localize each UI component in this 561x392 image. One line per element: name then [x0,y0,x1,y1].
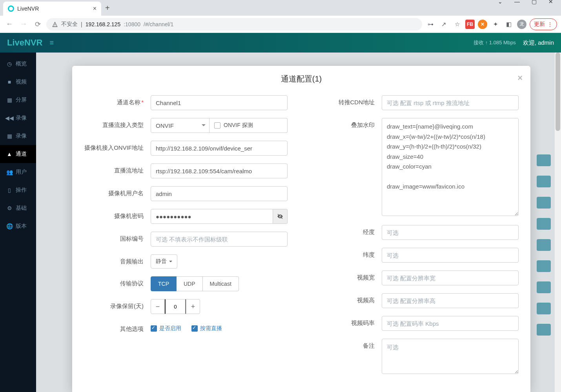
sidebar-item-channel[interactable]: ▲通道 [0,145,36,163]
sidebar-item-settings[interactable]: ⚙基础 [0,199,36,217]
toggle-password-button[interactable] [273,209,288,224]
channel-name-input[interactable] [151,95,288,110]
sidebar-item-split[interactable]: ▦分屏 [0,91,36,109]
onvif-probe-checkbox[interactable]: ONVIF 探测 [209,118,288,133]
audio-dropdown[interactable]: 静音 [151,254,177,269]
sidebar-item-users[interactable]: 👥用户 [0,163,36,181]
transport-label: 传输协议 [84,276,151,287]
new-tab-button[interactable]: + [105,4,110,13]
cam-pw-label: 摄像机密码 [84,209,151,220]
cam-pw-input[interactable] [151,209,273,224]
more-icon: ⋮ [547,21,553,27]
extension-fb-icon[interactable]: FB [465,20,475,29]
update-button[interactable]: 更新 ⋮ [530,18,557,30]
key-icon[interactable]: ⊶ [425,21,435,28]
vh-label: 视频高 [315,293,382,304]
cdn-input[interactable] [382,95,519,110]
br-label: 视频码率 [315,316,382,327]
modal-close-button[interactable]: × [517,73,523,83]
minimize-icon[interactable]: — [514,0,520,5]
other-label: 其他选项 [84,322,151,333]
eye-slash-icon [277,213,283,220]
globe-icon: 🌐 [6,223,13,229]
url-input[interactable]: 不安全 | 192.168.2.125:10800/#/channel/1 [46,18,422,31]
file-icon: ▯ [6,187,13,193]
remark-textarea[interactable] [382,339,519,374]
stream-addr-input[interactable] [151,163,288,178]
forward-button[interactable]: → [18,20,29,28]
sidebar: ◷概览 ■视频 ▦分屏 ◀◀录像 ▦录像 ▲通道 👥用户 ▯操作 ⚙基础 🌐版本 [0,53,36,392]
stepper-plus-button[interactable]: + [186,299,200,314]
insecure-label: 不安全 [61,21,78,28]
modal-title: 通道配置(1) [82,74,521,84]
star-icon[interactable]: ☆ [452,21,462,28]
sidebar-item-overview[interactable]: ◷概览 [0,55,36,73]
browser-tab[interactable]: LiveNVR × [3,2,101,16]
extensions-icon[interactable]: ✦ [490,21,501,28]
app-header: LiveNVR ≡ 接收 ↑ 1.085 Mbps 欢迎, admin [0,33,561,53]
cam-user-input[interactable] [151,186,288,201]
video-icon: ■ [6,79,13,85]
vh-input[interactable] [382,293,519,308]
scrollbar-thumb[interactable] [556,53,560,131]
welcome-text: 欢迎, admin [523,39,554,47]
profile-avatar[interactable]: 龙 [517,20,526,29]
ondemand-checkbox[interactable]: 按需直播 [191,325,222,332]
watermark-label: 叠加水印 [315,118,382,129]
enable-checkbox[interactable]: 是否启用 [151,325,181,332]
url-host: 192.168.2.125 [86,21,121,27]
checkbox-icon [151,325,157,332]
lng-label: 经度 [315,225,382,236]
record-keep-label: 录像保留(天) [84,299,151,310]
favicon-icon [8,5,14,12]
sidebar-item-video[interactable]: ■视频 [0,73,36,91]
channel-config-modal: 通道配置(1) × 通道名称* 直 [72,66,530,392]
panel-icon[interactable]: ◧ [504,21,514,28]
back-button[interactable]: ← [4,20,15,28]
watermark-textarea[interactable] [382,118,519,216]
sidebar-item-version[interactable]: 🌐版本 [0,217,36,235]
close-tab-icon[interactable]: × [93,5,97,12]
chevron-down-icon[interactable]: ⌄ [498,0,503,5]
share-icon[interactable]: ↗ [439,21,449,28]
transport-udp-button[interactable]: UDP [177,276,203,291]
sidebar-item-record[interactable]: ◀◀录像 [0,109,36,127]
vw-label: 视频宽 [315,270,382,281]
access-type-select[interactable] [151,118,209,133]
stepper-minus-button[interactable]: − [151,299,165,314]
lat-label: 纬度 [315,248,382,259]
stream-addr-label: 直播流地址 [84,163,151,174]
vw-input[interactable] [382,270,519,285]
record-keep-input[interactable] [165,299,186,314]
lng-input[interactable] [382,225,519,240]
br-input[interactable] [382,316,519,331]
arrow-up-icon: ↑ [485,40,489,45]
window-close-icon[interactable]: ✕ [548,0,553,5]
browser-tab-bar: LiveNVR × + ⌄ — ▢ ✕ [0,0,561,16]
gb-input[interactable] [151,232,288,247]
reload-button[interactable]: ⟳ [32,20,43,29]
menu-toggle-icon[interactable]: ≡ [49,39,54,47]
gb-label: 国标编号 [84,232,151,243]
maximize-icon[interactable]: ▢ [532,0,537,5]
tab-title: LiveNVR [17,5,90,12]
channel-name-label: 通道名称* [84,95,151,106]
access-type-label: 直播流接入类型 [84,118,151,129]
calendar-icon: ▦ [6,133,13,139]
extension-x-icon[interactable]: ✕ [478,20,487,29]
page-scrollbar[interactable] [555,53,561,392]
sidebar-item-ops[interactable]: ▯操作 [0,181,36,199]
transport-multicast-button[interactable]: Multicast [203,276,239,291]
onvif-addr-label: 摄像机接入ONVIF地址 [84,141,151,152]
sidebar-item-record-plan[interactable]: ▦录像 [0,127,36,145]
grid-icon: ▦ [6,97,13,103]
transport-tcp-button[interactable]: TCP [151,276,177,291]
lat-input[interactable] [382,248,519,263]
gauge-icon: ◷ [6,61,13,67]
onvif-addr-input[interactable] [151,141,288,156]
remark-label: 备注 [315,339,382,350]
brand-logo: LiveNVR [7,38,42,48]
checkbox-icon [191,325,198,332]
audio-label: 音频输出 [84,254,151,265]
cdn-label: 转推CDN地址 [315,95,382,106]
